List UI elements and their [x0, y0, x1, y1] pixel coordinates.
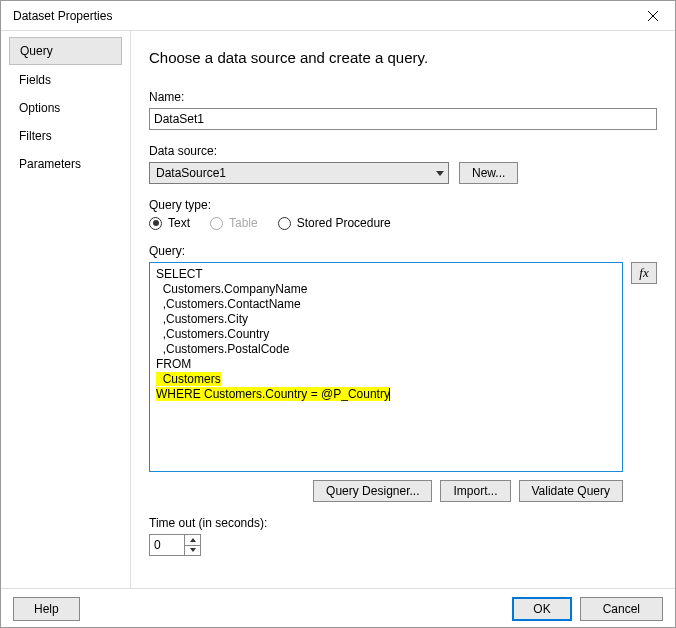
radio-table-label: Table: [229, 216, 258, 230]
radio-text-label: Text: [168, 216, 190, 230]
sidebar-item-options[interactable]: Options: [9, 95, 122, 121]
radio-table: Table: [210, 216, 258, 230]
name-input[interactable]: [149, 108, 657, 130]
sidebar-item-filters[interactable]: Filters: [9, 123, 122, 149]
expression-button[interactable]: fx: [631, 262, 657, 284]
radio-icon: [149, 217, 162, 230]
new-datasource-button[interactable]: New...: [459, 162, 518, 184]
ok-button[interactable]: OK: [512, 597, 571, 621]
sidebar: Query Fields Options Filters Parameters: [1, 31, 131, 588]
radio-text[interactable]: Text: [149, 216, 190, 230]
query-textarea[interactable]: SELECT Customers.CompanyName ,Customers.…: [149, 262, 623, 472]
timeout-spinner: [185, 534, 201, 556]
datasource-value: DataSource1: [156, 166, 226, 180]
datasource-label: Data source:: [149, 144, 657, 158]
query-highlight-customers: Customers: [156, 372, 221, 386]
page-heading: Choose a data source and create a query.: [149, 49, 657, 66]
querytype-label: Query type:: [149, 198, 657, 212]
radio-icon: [210, 217, 223, 230]
timeout-increment[interactable]: [185, 535, 200, 545]
timeout-input[interactable]: [149, 534, 185, 556]
main-panel: Choose a data source and create a query.…: [131, 31, 675, 588]
radio-sproc-label: Stored Procedure: [297, 216, 391, 230]
radio-stored-procedure[interactable]: Stored Procedure: [278, 216, 391, 230]
timeout-label: Time out (in seconds):: [149, 516, 657, 530]
radio-icon: [278, 217, 291, 230]
datasource-select[interactable]: DataSource1: [149, 162, 449, 184]
chevron-up-icon: [190, 538, 196, 542]
validate-query-button[interactable]: Validate Query: [519, 480, 624, 502]
sidebar-item-parameters[interactable]: Parameters: [9, 151, 122, 177]
help-button[interactable]: Help: [13, 597, 80, 621]
name-label: Name:: [149, 90, 657, 104]
close-button[interactable]: [631, 1, 675, 31]
query-label: Query:: [149, 244, 657, 258]
query-designer-button[interactable]: Query Designer...: [313, 480, 432, 502]
cancel-button[interactable]: Cancel: [580, 597, 663, 621]
sidebar-item-query[interactable]: Query: [9, 37, 122, 65]
close-icon: [648, 11, 658, 21]
chevron-down-icon: [190, 548, 196, 552]
text-caret: [389, 388, 390, 401]
query-highlight-where: WHERE Customers.Country = @P_Country: [156, 387, 390, 401]
import-button[interactable]: Import...: [440, 480, 510, 502]
timeout-decrement[interactable]: [185, 545, 200, 556]
window-title: Dataset Properties: [13, 9, 631, 23]
chevron-down-icon: [436, 171, 444, 176]
sidebar-item-fields[interactable]: Fields: [9, 67, 122, 93]
